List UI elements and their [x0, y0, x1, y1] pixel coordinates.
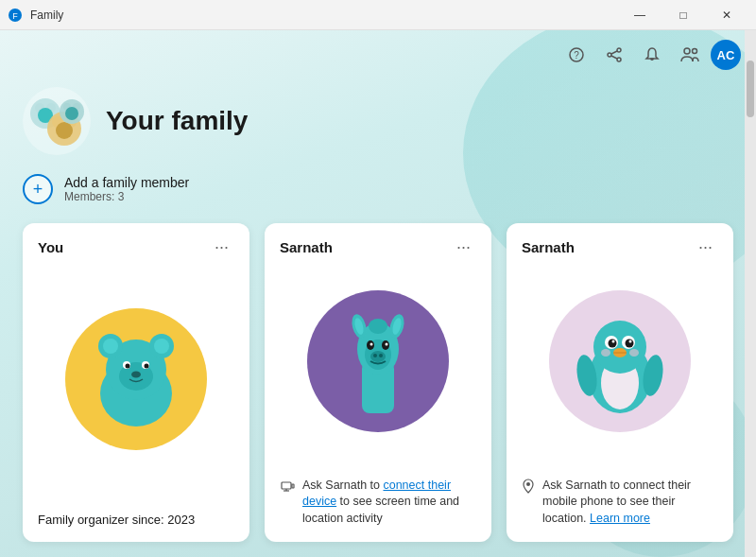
svg-point-34 [126, 364, 130, 369]
card-you-name: You [38, 239, 63, 255]
svg-rect-55 [292, 484, 294, 488]
bear-avatar [65, 308, 207, 450]
card-sarnath-2-name: Sarnath [522, 239, 575, 255]
svg-point-30 [154, 339, 169, 354]
window-controls: — □ ✕ [618, 0, 748, 30]
share-icon [606, 46, 623, 63]
learn-more-link[interactable]: Learn more [590, 512, 650, 525]
share-button[interactable] [597, 38, 631, 72]
help-button[interactable]: ? [559, 38, 593, 72]
add-member-row[interactable]: + Add a family member Members: 3 [23, 170, 733, 208]
cards-section: You ··· [0, 216, 756, 557]
family-avatar-group [23, 87, 91, 155]
close-button[interactable]: ✕ [705, 0, 748, 30]
help-icon: ? [569, 47, 584, 62]
svg-point-50 [379, 354, 383, 357]
card-sarnath-1: Sarnath ··· [265, 223, 491, 542]
connect-device-info: Ask Sarnath to connect their device to s… [280, 478, 476, 528]
card-sarnath-1-more-button[interactable]: ··· [451, 236, 476, 257]
members-count: Members: 3 [64, 190, 189, 203]
add-member-text: Add a family member Members: 3 [64, 175, 189, 203]
card-you-more-button[interactable]: ··· [209, 236, 234, 257]
people-icon [680, 46, 699, 63]
svg-point-35 [145, 364, 149, 369]
svg-point-6 [617, 58, 621, 61]
card-sarnath-2-footer: Ask Sarnath to connect their mobile phon… [507, 466, 733, 543]
header-section: Your family + Add a family member Member… [0, 76, 756, 216]
bell-icon [644, 46, 661, 63]
family-group-button[interactable] [673, 38, 707, 72]
svg-point-49 [373, 354, 377, 357]
toolbar: ? AC [0, 30, 756, 76]
svg-point-24 [65, 107, 78, 120]
svg-point-11 [693, 49, 697, 54]
app-title: Family [30, 9, 618, 22]
card-you-header: You ··· [23, 223, 249, 265]
svg-point-47 [386, 343, 388, 346]
maximize-button[interactable]: □ [662, 0, 705, 30]
svg-point-63 [612, 340, 615, 343]
add-member-label: Add a family member [64, 175, 189, 190]
svg-point-36 [131, 372, 141, 378]
svg-point-64 [629, 340, 632, 343]
card-sarnath-2-avatar-area [507, 265, 733, 466]
location-icon [522, 479, 535, 499]
bear-svg [75, 318, 198, 441]
connect-prefix: Ask Sarnath to [302, 479, 383, 492]
card-sarnath-2-header: Sarnath ··· [507, 223, 733, 265]
card-sarnath-2: Sarnath ··· [507, 223, 733, 542]
svg-point-46 [370, 343, 373, 346]
connect-device-text: Ask Sarnath to connect their device to s… [302, 478, 476, 528]
app-container: ? AC [0, 30, 756, 557]
svg-line-8 [611, 56, 617, 59]
svg-point-68 [629, 349, 639, 357]
svg-point-4 [617, 48, 621, 52]
svg-point-51 [369, 319, 387, 334]
card-sarnath-1-name: Sarnath [280, 239, 333, 255]
family-avatar-svg [23, 87, 91, 155]
notifications-button[interactable] [635, 38, 669, 72]
penguin-svg [558, 300, 681, 423]
svg-point-5 [608, 53, 611, 57]
svg-text:F: F [12, 11, 18, 21]
card-sarnath-1-footer: Ask Sarnath to connect their device to s… [265, 466, 491, 543]
svg-rect-52 [282, 482, 291, 489]
svg-point-71 [526, 482, 530, 486]
svg-point-48 [370, 351, 386, 362]
minimize-button[interactable]: — [618, 0, 662, 30]
scrollbar-thumb[interactable] [747, 61, 754, 117]
svg-line-7 [611, 51, 617, 54]
card-sarnath-2-more-button[interactable]: ··· [693, 236, 718, 257]
llama-svg [317, 300, 439, 423]
llama-avatar [307, 290, 449, 432]
titlebar: F Family — □ ✕ [0, 0, 756, 30]
app-icon: F [8, 8, 23, 23]
svg-point-20 [56, 122, 73, 139]
organizer-text: Family organizer since: 2023 [38, 513, 234, 527]
penguin-avatar [549, 290, 691, 432]
device-icon [280, 479, 295, 499]
add-member-icon: + [23, 174, 53, 204]
svg-point-28 [103, 339, 118, 354]
card-you: You ··· [23, 223, 249, 542]
svg-point-58 [593, 321, 646, 374]
page-title: Your family [106, 106, 248, 136]
scrollbar[interactable] [745, 30, 756, 557]
card-sarnath-1-header: Sarnath ··· [265, 223, 491, 265]
svg-point-10 [684, 48, 690, 54]
card-you-avatar-area [23, 265, 249, 501]
svg-point-67 [601, 349, 610, 357]
connect-phone-info: Ask Sarnath to connect their mobile phon… [522, 478, 718, 528]
family-header: Your family [23, 87, 733, 155]
user-avatar-button[interactable]: AC [711, 40, 741, 70]
svg-point-61 [609, 339, 617, 348]
connect-phone-text: Ask Sarnath to connect their mobile phon… [542, 478, 718, 528]
card-you-footer: Family organizer since: 2023 [23, 501, 249, 542]
card-sarnath-1-avatar-area [265, 265, 491, 466]
svg-point-62 [626, 339, 634, 348]
svg-text:?: ? [574, 50, 579, 61]
